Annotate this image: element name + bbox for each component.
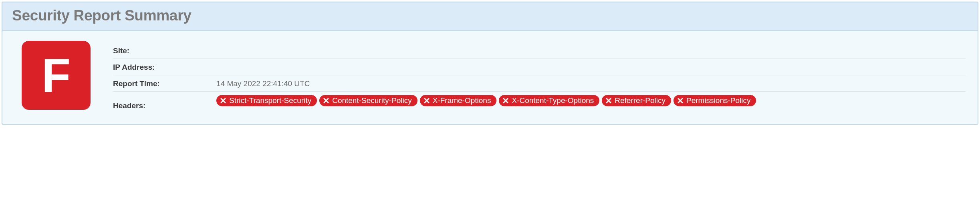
- x-icon: [606, 98, 611, 103]
- header-badge: X-Frame-Options: [420, 95, 497, 106]
- report-time-label: Report Time:: [113, 79, 216, 88]
- header-badge-label: Content-Security-Policy: [332, 96, 412, 105]
- panel-body: F Site: IP Address: Report Time: 14 May …: [2, 31, 978, 124]
- x-icon: [503, 98, 508, 103]
- row-headers: Headers: Strict-Transport-SecurityConten…: [113, 92, 966, 113]
- security-report-panel: Security Report Summary F Site: IP Addre…: [2, 2, 978, 125]
- details-table: Site: IP Address: Report Time: 14 May 20…: [113, 41, 966, 113]
- header-badge-label: Permissions-Policy: [686, 96, 750, 105]
- header-badge: X-Content-Type-Options: [499, 95, 599, 106]
- header-badge: Referrer-Policy: [602, 95, 671, 106]
- header-badge: Permissions-Policy: [673, 95, 756, 106]
- panel-header: Security Report Summary: [2, 2, 978, 31]
- header-badge: Content-Security-Policy: [319, 95, 417, 106]
- x-icon: [220, 98, 226, 103]
- site-value: [216, 46, 966, 46]
- header-badge-label: Referrer-Policy: [615, 96, 665, 105]
- header-badge: Strict-Transport-Security: [216, 95, 317, 106]
- x-icon: [424, 98, 430, 103]
- x-icon: [678, 98, 683, 103]
- row-ip: IP Address:: [113, 59, 966, 75]
- row-report-time: Report Time: 14 May 2022 22:41:40 UTC: [113, 75, 966, 92]
- header-badge-label: X-Frame-Options: [433, 96, 491, 105]
- ip-label: IP Address:: [113, 62, 216, 72]
- grade-badge: F: [22, 41, 91, 110]
- ip-value: [216, 62, 966, 63]
- panel-title: Security Report Summary: [12, 7, 968, 24]
- header-badge-label: Strict-Transport-Security: [229, 96, 311, 105]
- row-site: Site:: [113, 42, 966, 59]
- header-badges: Strict-Transport-SecurityContent-Securit…: [216, 95, 966, 106]
- report-time-value: 14 May 2022 22:41:40 UTC: [216, 79, 966, 88]
- grade-letter: F: [42, 52, 71, 99]
- headers-label: Headers:: [113, 95, 216, 110]
- x-icon: [323, 98, 329, 103]
- site-label: Site:: [113, 46, 216, 55]
- header-badge-label: X-Content-Type-Options: [512, 96, 594, 105]
